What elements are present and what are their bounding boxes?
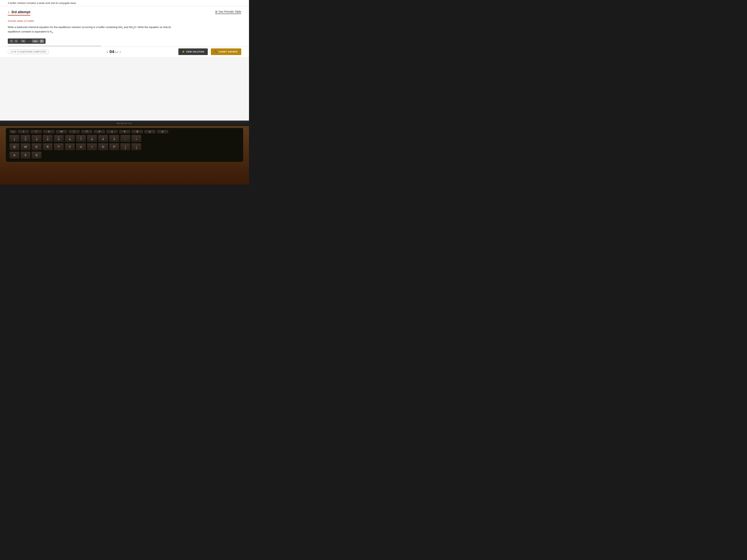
- questions-completed: 12 OF 14 QUESTIONS COMPLETED: [8, 50, 49, 54]
- next-page-btn[interactable]: ›: [120, 50, 121, 54]
- key-1[interactable]: !1: [9, 135, 20, 142]
- page-nav: ‹ 04/14 ›: [107, 49, 121, 54]
- key-2[interactable]: @2: [20, 135, 30, 142]
- key-d[interactable]: D: [31, 152, 42, 159]
- toolbar-btn-x-sub[interactable]: X: [14, 39, 18, 43]
- key-t[interactable]: T: [54, 143, 64, 151]
- view-solution-icon: ⚡: [182, 50, 185, 53]
- key-p[interactable]: P: [109, 143, 119, 151]
- toolbar-btn-x-super[interactable]: X: [9, 39, 14, 43]
- submit-answer-icon: 🐾: [214, 50, 217, 53]
- key-q[interactable]: Q: [9, 143, 20, 151]
- prev-page-btn[interactable]: ‹: [107, 50, 108, 54]
- key-r[interactable]: R: [43, 143, 53, 151]
- nav-bar: 12 OF 14 QUESTIONS COMPLETED ‹ 04/14 › ⚡…: [0, 47, 249, 57]
- keyboard-area: esc ✶F1 ☀F2 ⊞F3 ⊞⊞F4 ⠿F5 ⠿⠿F6 ⏮F7 ⏯F8 ⏭F…: [0, 126, 249, 185]
- periodic-table-link[interactable]: ⊞ See Periodic Table: [215, 10, 241, 14]
- key-minus[interactable]: _-: [120, 135, 130, 142]
- macbook-bottom-bezel: MacBook Air: [0, 121, 249, 126]
- key-u[interactable]: U: [76, 143, 86, 151]
- question-text: Write a balanced chemical equation for t…: [8, 25, 179, 34]
- number-row: !1 @2 #3 $4 %5 ^6 &7 *8 (9 )0 _- +=: [9, 135, 240, 142]
- content-area: ∨ 3rd attempt ⊞ See Periodic Table Inclu…: [0, 6, 249, 57]
- key-bracket-open[interactable]: {[: [120, 143, 130, 151]
- key-f2[interactable]: ☀F2: [30, 130, 42, 134]
- key-f1[interactable]: ✶F1: [18, 130, 29, 134]
- attempt-title: 3rd attempt: [11, 10, 30, 14]
- asdf-row: A S D: [9, 152, 240, 159]
- key-0[interactable]: )0: [109, 135, 119, 142]
- key-e[interactable]: E: [31, 143, 42, 151]
- key-f6[interactable]: ⠿⠿F6: [81, 130, 93, 134]
- key-esc[interactable]: esc: [9, 130, 17, 134]
- toolbar-btn-aq[interactable]: (aq),: [32, 39, 39, 43]
- include-states: Include states of matter.: [8, 20, 241, 22]
- key-f9[interactable]: ⏭F9: [119, 130, 131, 134]
- toolbar-separator-1: [19, 39, 20, 43]
- key-s[interactable]: S: [20, 152, 30, 159]
- key-f5[interactable]: ⠿F5: [68, 130, 80, 134]
- key-a[interactable]: A: [9, 152, 20, 159]
- attempt-header: ∨ 3rd attempt: [8, 10, 30, 16]
- buffer-text: A buffer solution includes a weak acid a…: [8, 2, 77, 4]
- key-f8[interactable]: ⏯F8: [106, 130, 118, 134]
- equation-toolbar: X X He → (aq), δ.: [8, 38, 46, 44]
- top-bar: A buffer solution includes a weak acid a…: [0, 0, 249, 6]
- key-bracket-close[interactable]: }]: [131, 143, 141, 151]
- periodic-table-icon: ⊞: [215, 10, 217, 13]
- key-f12[interactable]: 🔊F12: [157, 130, 169, 134]
- screen: A buffer solution includes a weak acid a…: [0, 0, 249, 121]
- key-5[interactable]: %5: [54, 135, 64, 142]
- qwerty-row: Q W E R T Y U I O P {[ }]: [9, 143, 240, 151]
- key-6[interactable]: ^6: [65, 135, 75, 142]
- key-o[interactable]: O: [98, 143, 108, 151]
- keyboard: esc ✶F1 ☀F2 ⊞F3 ⊞⊞F4 ⠿F5 ⠿⠿F6 ⏮F7 ⏯F8 ⏭F…: [6, 128, 243, 162]
- key-4[interactable]: $4: [43, 135, 53, 142]
- collapse-arrow[interactable]: ∨: [8, 11, 10, 14]
- toolbar-arrow: →: [27, 39, 31, 43]
- key-f10[interactable]: 🔇F10: [131, 130, 143, 134]
- key-3[interactable]: #3: [31, 135, 42, 142]
- toolbar-btn-delta[interactable]: δ.: [40, 39, 44, 43]
- key-9[interactable]: (9: [98, 135, 108, 142]
- fn-row: esc ✶F1 ☀F2 ⊞F3 ⊞⊞F4 ⠿F5 ⠿⠿F6 ⏮F7 ⏯F8 ⏭F…: [9, 130, 240, 134]
- page-number-display: 04/14: [109, 49, 118, 54]
- key-i[interactable]: I: [87, 143, 97, 151]
- key-8[interactable]: *8: [87, 135, 97, 142]
- macbook-label: MacBook Air: [117, 122, 132, 125]
- key-y[interactable]: Y: [65, 143, 75, 151]
- key-equals[interactable]: +=: [131, 135, 141, 142]
- key-f3[interactable]: ⊞F3: [43, 130, 55, 134]
- key-f4[interactable]: ⊞⊞F4: [56, 130, 67, 134]
- key-f7[interactable]: ⏮F7: [94, 130, 105, 134]
- submit-answer-button[interactable]: 🐾 SUBMIT ANSWER: [211, 48, 241, 55]
- key-w[interactable]: W: [20, 143, 30, 151]
- key-7[interactable]: &7: [76, 135, 86, 142]
- toolbar-btn-he[interactable]: He: [21, 39, 26, 43]
- view-solution-button[interactable]: ⚡ VIEW SOLUTION: [178, 48, 208, 55]
- key-f11[interactable]: 🔉F11: [144, 130, 156, 134]
- periodic-table-label: See Periodic Table: [218, 10, 241, 13]
